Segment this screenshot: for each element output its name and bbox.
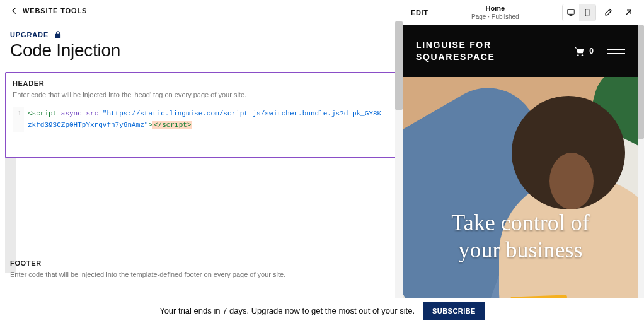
cart-icon [573,45,585,57]
open-external-button[interactable] [620,4,636,21]
footer-desc: Enter code that will be injected into th… [10,271,393,278]
desktop-icon [566,8,575,17]
left-scrollbar-thumb[interactable] [395,21,403,110]
trial-message: Your trial ends in 7 days. Upgrade now t… [159,306,415,315]
site-brand[interactable]: LINGUISE FOR SQUARESPACE [416,39,495,63]
line-number: 1 [13,107,24,132]
trial-banner: Your trial ends in 7 days. Upgrade now t… [0,298,644,323]
preview-header: LINGUISE FOR SQUARESPACE 0 [403,25,638,77]
hero-headline: Take control of your business [403,209,638,264]
mobile-icon [583,8,592,17]
edit-button[interactable]: EDIT [411,9,428,16]
mobile-view-button[interactable] [579,4,595,21]
code-text[interactable]: <script async src="https://static.lingui… [24,107,389,132]
preview-toolbar: EDIT Home Page · Published [403,0,644,25]
brush-button[interactable] [600,4,616,21]
cart-button[interactable]: 0 [573,45,594,57]
crumb-title: Home [471,4,519,13]
device-toggle [562,4,596,21]
header-desc: Enter code that will be injected into th… [13,91,389,98]
header-code-block: HEADER Enter code that will be injected … [5,72,396,158]
header-label: HEADER [13,79,389,87]
left-scrollbar-track[interactable] [395,21,403,298]
preview-scrollbar-track[interactable] [638,25,644,298]
paintbrush-icon [603,8,613,18]
svg-line-5 [626,10,631,15]
svg-point-7 [582,54,584,56]
page-title: Code Injection [0,40,403,72]
upgrade-row[interactable]: UPGRADE [0,21,403,40]
footer-label: FOOTER [10,259,393,267]
subscribe-button[interactable]: SUBSCRIBE [423,302,485,320]
cart-count: 0 [589,47,594,56]
chevron-left-icon [10,6,19,15]
lock-icon [54,30,62,39]
footer-section: FOOTER Enter code that will be injected … [0,259,403,278]
site-preview: LINGUISE FOR SQUARESPACE 0 [403,25,644,298]
back-label: WEBSITE TOOLS [23,7,87,15]
hero-image: Take control of your business [403,77,638,298]
breadcrumb[interactable]: Home Page · Published [471,4,519,20]
upgrade-label: UPGRADE [10,31,49,38]
menu-button[interactable] [607,49,625,54]
header-code-editor[interactable]: 1 <script async src="https://static.ling… [13,107,389,132]
back-to-website-tools[interactable]: WEBSITE TOOLS [0,0,403,21]
svg-rect-0 [568,9,575,14]
desktop-view-button[interactable] [563,4,579,21]
preview-scrollbar-thumb[interactable] [638,25,644,139]
crumb-sub: Page · Published [471,13,519,21]
svg-point-6 [577,54,579,56]
arrow-up-right-icon [623,8,633,18]
